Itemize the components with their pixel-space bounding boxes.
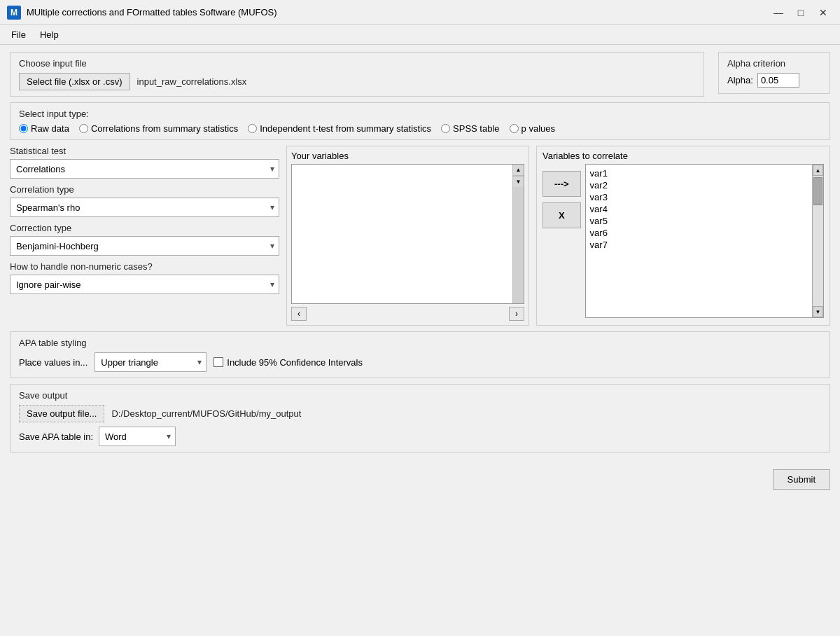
- correction-type-group: Correction type Benjamini-Hochberg Bonfe…: [10, 223, 279, 256]
- variables-correlate-listbox[interactable]: var1 var2 var3 var4 var5 var6 var7 ▲ ▼: [585, 164, 824, 318]
- scroll-up-icon[interactable]: ▲: [813, 165, 823, 176]
- input-type-label: Select input type:: [19, 109, 821, 119]
- scroll-right-btn[interactable]: ›: [509, 307, 524, 321]
- radio-correlations-summary[interactable]: Correlations from summary statistics: [79, 123, 238, 134]
- radio-independent-ttest[interactable]: Independent t-test from summary statisti…: [248, 123, 431, 134]
- your-variables-listbox[interactable]: ▲ ▼: [291, 164, 524, 304]
- apa-format-select[interactable]: Word Excel HTML: [99, 427, 175, 445]
- radio-raw-data[interactable]: Raw data: [19, 123, 69, 134]
- statistical-test-select[interactable]: Correlations t-test ANOVA Regression: [10, 160, 279, 178]
- alpha-panel: Alpha criterion Alpha:: [718, 52, 830, 94]
- scroll-down-icon[interactable]: ▼: [813, 306, 823, 317]
- three-col-area: Statistical test Correlations t-test ANO…: [10, 146, 830, 326]
- listbox-nav: ‹ ›: [291, 307, 524, 321]
- statistical-test-label: Statistical test: [10, 146, 279, 156]
- left-col: Statistical test Correlations t-test ANO…: [10, 146, 279, 326]
- menu-help[interactable]: Help: [34, 28, 64, 41]
- top-row: Choose input file Select file (.xlsx or …: [10, 52, 830, 97]
- statistical-test-select-wrapper[interactable]: Correlations t-test ANOVA Regression: [10, 159, 279, 179]
- alpha-field-label: Alpha:: [727, 75, 753, 85]
- scroll-up-arrow[interactable]: ▲: [513, 165, 524, 176]
- alpha-row: Alpha:: [727, 73, 821, 88]
- correction-type-select-wrapper[interactable]: Benjamini-Hochberg Bonferroni Holm None: [10, 236, 279, 256]
- place-values-select-wrapper[interactable]: Upper triangle Lower triangle Both: [94, 352, 206, 372]
- alpha-label: Alpha criterion: [727, 58, 821, 69]
- input-type-panel: Select input type: Raw data Correlations…: [10, 102, 830, 140]
- filename-display: input_raw_correlations.xlsx: [137, 76, 247, 87]
- correction-type-label: Correction type: [10, 223, 279, 233]
- correlation-type-group: Correlation type Spearman's rho Pearson'…: [10, 184, 279, 217]
- correlation-type-select[interactable]: Spearman's rho Pearson's r Kendall's tau: [10, 198, 279, 216]
- correlation-type-label: Correlation type: [10, 184, 279, 195]
- ci-checkbox[interactable]: [214, 357, 223, 367]
- select-file-button[interactable]: Select file (.xlsx or .csv): [19, 73, 130, 90]
- correction-type-select[interactable]: Benjamini-Hochberg Bonferroni Holm None: [10, 237, 279, 255]
- list-item[interactable]: var2: [586, 179, 812, 191]
- choose-file-panel: Choose input file Select file (.xlsx or …: [10, 52, 704, 97]
- ci-checkbox-text: Include 95% Confidence Intervals: [227, 357, 363, 368]
- save-panel-title: Save output: [19, 390, 821, 401]
- app-icon: M: [7, 6, 21, 20]
- ci-checkbox-label[interactable]: Include 95% Confidence Intervals: [214, 357, 363, 368]
- your-variables-col: Your variables ▲ ▼ ‹ ›: [286, 146, 529, 326]
- list-item[interactable]: var6: [586, 227, 812, 239]
- alpha-input[interactable]: [757, 73, 799, 88]
- list-item[interactable]: var3: [586, 191, 812, 203]
- close-button[interactable]: ✕: [813, 5, 833, 20]
- menu-bar: File Help: [0, 25, 840, 45]
- title-bar: M MUltiple corrections and FOrmatted tab…: [0, 0, 840, 25]
- apa-panel: APA table styling Place values in... Upp…: [10, 331, 830, 378]
- app-title: MUltiple corrections and FOrmatted table…: [27, 7, 769, 18]
- right-col-inner: ---> X var1 var2 var3 var4 var5 var6 var…: [542, 164, 824, 318]
- non-numeric-label: How to handle non-numeric cases?: [10, 261, 279, 272]
- radio-row: Raw data Correlations from summary stati…: [19, 123, 821, 134]
- apa-row: Place values in... Upper triangle Lower …: [19, 352, 821, 372]
- statistical-test-group: Statistical test Correlations t-test ANO…: [10, 146, 279, 179]
- save-path-display: D:/Desktop_current/MUFOS/GitHub/my_outpu…: [111, 408, 301, 419]
- save-apa-label: Save APA table in:: [19, 431, 93, 442]
- file-row: Select file (.xlsx or .csv) input_raw_co…: [19, 73, 695, 90]
- minimize-button[interactable]: —: [769, 5, 788, 20]
- save-row: Save output file... D:/Desktop_current/M…: [19, 405, 821, 422]
- submit-button[interactable]: Submit: [773, 469, 830, 490]
- radio-p-values[interactable]: p values: [510, 123, 555, 134]
- correlation-type-select-wrapper[interactable]: Spearman's rho Pearson's r Kendall's tau: [10, 198, 279, 217]
- list-item[interactable]: var7: [586, 239, 812, 251]
- maximize-button[interactable]: □: [791, 5, 811, 20]
- save-panel: Save output Save output file... D:/Deskt…: [10, 384, 830, 452]
- add-variables-button[interactable]: --->: [542, 171, 581, 197]
- save-output-button[interactable]: Save output file...: [19, 405, 104, 422]
- radio-spss-table[interactable]: SPSS table: [441, 123, 500, 134]
- non-numeric-select-wrapper[interactable]: Ignore pair-wise Ignore list-wise: [10, 275, 279, 294]
- list-item[interactable]: var1: [586, 167, 812, 179]
- save-apa-row: Save APA table in: Word Excel HTML: [19, 427, 821, 446]
- list-item[interactable]: var5: [586, 215, 812, 227]
- transfer-buttons: ---> X: [542, 164, 581, 318]
- bottom-bar: Submit: [0, 465, 840, 494]
- variables-list[interactable]: var1 var2 var3 var4 var5 var6 var7: [586, 165, 812, 317]
- place-values-select[interactable]: Upper triangle Lower triangle Both: [95, 353, 206, 371]
- scroll-thumb: [813, 177, 822, 205]
- scroll-left-btn[interactable]: ‹: [291, 307, 307, 321]
- non-numeric-select[interactable]: Ignore pair-wise Ignore list-wise: [10, 275, 279, 293]
- variables-to-correlate-col: Variables to correlate ---> X var1 var2 …: [536, 146, 830, 326]
- apa-panel-title: APA table styling: [19, 338, 821, 348]
- main-content: Choose input file Select file (.xlsx or …: [0, 45, 840, 465]
- choose-file-label: Choose input file: [19, 58, 695, 69]
- list-item[interactable]: var4: [586, 203, 812, 215]
- place-values-label: Place values in...: [19, 357, 88, 368]
- scroll-down-arrow[interactable]: ▼: [513, 176, 524, 187]
- variables-to-correlate-title: Variables to correlate: [542, 151, 824, 161]
- window-controls: — □ ✕: [769, 5, 833, 20]
- apa-format-select-wrapper[interactable]: Word Excel HTML: [99, 427, 176, 446]
- non-numeric-group: How to handle non-numeric cases? Ignore …: [10, 261, 279, 294]
- remove-variables-button[interactable]: X: [542, 202, 581, 228]
- menu-file[interactable]: File: [6, 28, 31, 41]
- right-scrollbar[interactable]: ▲ ▼: [812, 165, 823, 317]
- scroll-track: [813, 176, 823, 306]
- your-variables-title: Your variables: [291, 151, 524, 161]
